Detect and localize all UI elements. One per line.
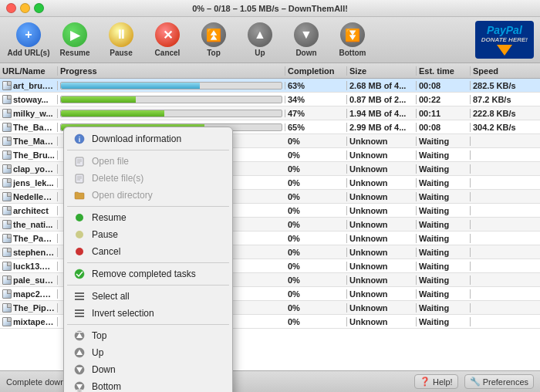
menu-item-open-file: Open file (64, 153, 232, 170)
menu-item-label: Remove completed tasks (92, 269, 196, 279)
up-button[interactable]: ▲ Up (238, 20, 282, 60)
resume-button[interactable]: ▶ Resume (52, 20, 97, 60)
help-button[interactable]: ❓ Help! (414, 374, 458, 389)
filename-text: the_nati... (13, 220, 52, 229)
progress-bar-fill (61, 110, 164, 117)
table-row[interactable]: milky_w...47%1.94 MB of 4...00:11222.8 K… (0, 106, 540, 120)
menu-item-label: Delete file(s) (92, 173, 143, 184)
col-header-completion[interactable]: Completion (285, 66, 347, 76)
col-header-esttime[interactable]: Est. time (417, 66, 471, 76)
cell-size: Unknown (347, 150, 417, 160)
cell-filename: jens_lek... (0, 178, 58, 188)
cell-esttime: Waiting (417, 262, 471, 271)
down-button[interactable]: ▼ Down (284, 20, 329, 60)
file-icon (2, 109, 12, 118)
resume-label: Resume (60, 49, 90, 57)
menu-item-invert-selection[interactable]: Invert selection (64, 305, 232, 322)
menu-item-remove-completed[interactable]: Remove completed tasks (64, 265, 232, 282)
pause-icon (73, 228, 86, 241)
menu-separator (67, 262, 229, 263)
maximize-button[interactable] (34, 3, 44, 13)
menu-item-label: Download information (92, 133, 181, 144)
menu-item-cancel[interactable]: Cancel (64, 243, 232, 260)
filename-text: mapc2.m... (13, 289, 55, 299)
menu-item-label: Down (92, 364, 116, 375)
file-icon (2, 262, 12, 271)
cell-speed: 222.8 KB/s (471, 109, 540, 118)
filename-text: The_Ban... (13, 123, 55, 132)
cell-size: 1.94 MB of 4... (347, 109, 417, 118)
up-icon (73, 346, 86, 359)
file-icon (2, 234, 12, 243)
minimize-button[interactable] (20, 3, 30, 13)
filename-text: architect (13, 206, 49, 215)
cell-speed: 87.2 KB/s (471, 95, 540, 104)
menu-item-delete-files: Delete file(s) (64, 170, 232, 187)
cancel-icon (73, 245, 86, 258)
top-button[interactable]: ⏫ Top (191, 20, 236, 60)
cell-esttime: Waiting (417, 150, 471, 160)
cell-filename: architect (0, 206, 58, 215)
file-icon (2, 220, 12, 229)
filename-text: pale_sun... (13, 275, 55, 285)
menu-item-down[interactable]: Down (64, 361, 232, 378)
cell-size: Unknown (347, 206, 417, 215)
menu-item-top[interactable]: Top (64, 327, 232, 344)
cell-filename: stephen_... (0, 248, 58, 257)
close-button[interactable] (6, 3, 16, 13)
cell-completion: 0% (285, 164, 347, 174)
cell-esttime: Waiting (417, 289, 471, 299)
cell-filename: milky_w... (0, 109, 58, 118)
add-urls-button[interactable]: + Add URL(s) (6, 20, 51, 60)
preferences-button[interactable]: 🔧 Preferences (464, 374, 534, 389)
menu-item-bottom[interactable]: Bottom (64, 378, 232, 392)
col-header-size[interactable]: Size (347, 66, 417, 76)
svg-rect-16 (75, 316, 84, 317)
menu-separator (67, 206, 229, 207)
filename-text: clap_you... (13, 164, 55, 174)
file-icon (2, 275, 12, 285)
cancel-button[interactable]: ✕ Cancel (145, 20, 190, 60)
add-icon: + (16, 22, 41, 47)
table-header: URL/Name Progress Completion Size Est. t… (0, 63, 540, 79)
paypal-donate: DONATE HERE! (481, 36, 528, 43)
menu-item-pause[interactable]: Pause (64, 226, 232, 243)
col-header-speed[interactable]: Speed (471, 66, 540, 76)
col-header-progress[interactable]: Progress (58, 66, 285, 76)
menu-item-label: Open file (92, 156, 129, 167)
cell-size: Unknown (347, 234, 417, 243)
menu-item-up[interactable]: Up (64, 344, 232, 361)
svg-text:i: i (79, 136, 81, 144)
top-label: Top (207, 49, 221, 57)
table-row[interactable]: art_bru..emily_kane.mp363%2.68 MB of 4..… (0, 79, 540, 93)
check-icon (73, 268, 86, 280)
file-icon (2, 317, 12, 326)
menu-item-download-info[interactable]: iDownload information (64, 130, 232, 147)
bottom-button[interactable]: ⏬ Bottom (330, 20, 375, 60)
filename-text: stephen_... (13, 248, 55, 257)
cell-filename: The_Pipe... (0, 303, 58, 313)
filename-text: The_Pipe... (13, 303, 55, 313)
progress-bar-bg (60, 96, 282, 103)
cell-filename: Nedelle_... (0, 192, 58, 201)
cell-completion: 0% (285, 178, 347, 188)
cell-size: Unknown (347, 178, 417, 188)
pause-button[interactable]: ⏸ Pause (99, 20, 143, 60)
paypal-logo[interactable]: PayPal DONATE HERE! (475, 21, 534, 59)
down-label: Down (295, 49, 316, 57)
menu-item-select-all[interactable]: Select all (64, 288, 232, 305)
file-icon (2, 81, 12, 90)
menu-item-resume[interactable]: Resume (64, 209, 232, 226)
file-icon (2, 206, 12, 215)
cell-speed: 304.2 KB/s (471, 123, 540, 132)
cell-size: 2.99 MB of 4... (347, 123, 417, 132)
table-row[interactable]: stoway...34%0.87 MB of 2...00:2287.2 KB/… (0, 93, 540, 106)
file-icon (2, 289, 12, 299)
cell-completion: 0% (285, 234, 347, 243)
col-header-url[interactable]: URL/Name (0, 66, 58, 76)
toolbar: + Add URL(s) ▶ Resume ⏸ Pause ✕ Cancel ⏫… (0, 17, 540, 63)
menu-separator (67, 150, 229, 150)
cell-size: Unknown (347, 303, 417, 313)
menu-separator (67, 324, 229, 325)
cancel-icon: ✕ (155, 22, 180, 47)
